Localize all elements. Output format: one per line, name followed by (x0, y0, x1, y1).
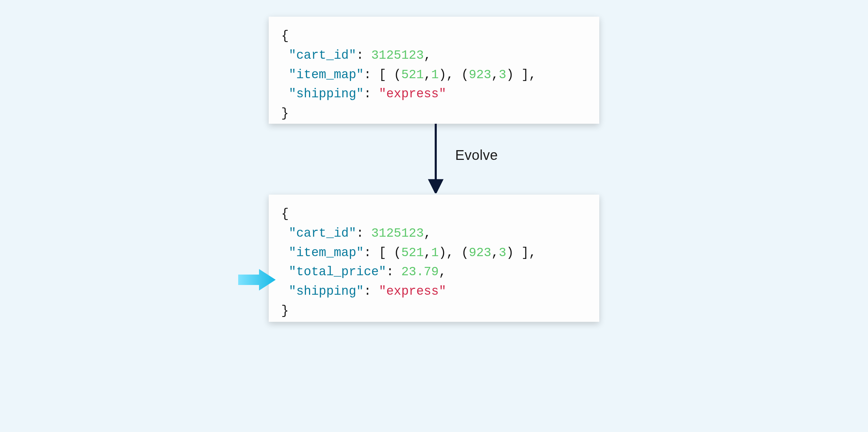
json-val-shipping: "express" (379, 87, 446, 101)
code-box-before: { "cart_id": 3125123, "item_map": [ (521… (269, 17, 599, 124)
code-after: { "cart_id": 3125123, "item_map": [ (521… (281, 204, 587, 321)
highlight-arrow-icon (238, 268, 276, 292)
diagram-canvas: { "cart_id": 3125123, "item_map": [ (521… (0, 0, 868, 432)
json-key-total-price: "total_price" (289, 265, 386, 279)
arrow-down-icon (425, 124, 446, 193)
json-val-cart-id: 3125123 (371, 48, 424, 63)
json-val-shipping: "express" (379, 284, 446, 299)
code-box-after: { "cart_id": 3125123, "item_map": [ (521… (269, 195, 599, 322)
code-before: { "cart_id": 3125123, "item_map": [ (521… (281, 26, 587, 123)
json-key-cart-id: "cart_id" (289, 48, 356, 63)
json-key-item-map: "item_map" (289, 246, 364, 260)
json-key-shipping: "shipping" (289, 87, 364, 101)
json-val-cart-id: 3125123 (371, 226, 424, 241)
brace-close: } (281, 304, 289, 318)
brace-open: { (281, 29, 289, 43)
evolve-arrow: Evolve (425, 124, 498, 193)
brace-close: } (281, 106, 289, 121)
json-key-shipping: "shipping" (289, 284, 364, 299)
evolve-label: Evolve (455, 147, 498, 163)
json-key-item-map: "item_map" (289, 68, 364, 82)
json-val-total-price: 23.79 (401, 265, 439, 279)
brace-open: { (281, 207, 289, 221)
json-key-cart-id: "cart_id" (289, 226, 356, 241)
